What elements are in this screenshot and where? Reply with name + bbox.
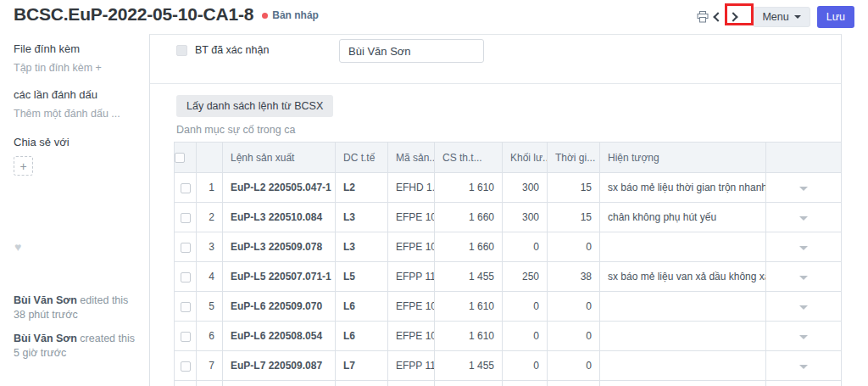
chevron-right-icon[interactable]	[726, 7, 741, 27]
status-badge: Bản nháp	[262, 9, 319, 21]
confirmer-input[interactable]	[339, 39, 484, 63]
row-number-cell: 1	[197, 173, 223, 203]
row-checkbox[interactable]	[181, 213, 191, 223]
ma-san-pham-cell[interactable]: EFPP 11...	[388, 262, 435, 292]
ma-san-pham-cell[interactable]: EFPE 10...	[388, 292, 435, 322]
hien-tuong-cell[interactable]: sx báo mẻ liệu van xả dầu không xả	[600, 262, 766, 292]
table-row: 1 EuP-L2 220505.047-1 L2 EFHD 1... 1 610…	[175, 173, 842, 203]
row-checkbox[interactable]	[181, 272, 191, 283]
khoi-luong-cell[interactable]: 300	[503, 173, 548, 203]
lenh-san-xuat-cell[interactable]: EuP-L6 220508.054	[223, 322, 336, 351]
khoi-luong-cell[interactable]	[503, 381, 548, 386]
marks-heading: các lần đánh dấu	[14, 88, 136, 101]
ma-san-pham-cell[interactable]: EFPP 11...	[388, 351, 435, 381]
thoi-gian-cell[interactable]	[548, 381, 600, 386]
dc-thuc-te-cell[interactable]	[336, 381, 388, 386]
dc-thuc-te-cell[interactable]: L3	[336, 232, 388, 262]
lenh-san-xuat-cell[interactable]: EuP-L6 220509.070	[223, 292, 336, 322]
khoi-luong-cell[interactable]: 0	[503, 322, 548, 351]
thoi-gian-cell[interactable]: 0	[548, 292, 600, 322]
hien-tuong-cell[interactable]: chân không phụ hút yếu	[600, 203, 766, 232]
incident-table-body: 1 EuP-L2 220505.047-1 L2 EFHD 1... 1 610…	[175, 173, 842, 386]
add-mark-link[interactable]: Thêm một đánh dấu ...	[14, 108, 136, 120]
table-row: 6 EuP-L6 220508.054 L6 EFPE 10... 1 610 …	[175, 322, 842, 351]
row-number-cell: 2	[197, 203, 223, 232]
dc-thuc-te-cell[interactable]: L6	[336, 322, 388, 351]
ma-san-pham-cell[interactable]: EFPE 10...	[388, 322, 435, 351]
khoi-luong-cell[interactable]: 250	[503, 262, 548, 292]
row-number-cell: 7	[197, 351, 223, 381]
khoi-luong-cell[interactable]: 0	[503, 351, 548, 381]
ma-san-pham-cell[interactable]: EFPE 10...	[388, 232, 435, 262]
table-row: 7 EuP-L7 220509.087 L7 EFPP 11... 1 455 …	[175, 351, 842, 381]
row-checkbox[interactable]	[181, 302, 191, 312]
cs-thuc-te-cell[interactable]: 1 610	[435, 173, 503, 203]
table-row: 2 EuP-L3 220510.084 L3 EFPE 10... 1 660 …	[175, 203, 842, 232]
dc-thuc-te-cell[interactable]: L7	[336, 351, 388, 381]
ma-san-pham-cell[interactable]	[388, 381, 435, 386]
row-dropdown-caret-icon[interactable]	[799, 335, 808, 339]
hien-tuong-cell[interactable]	[600, 381, 766, 386]
cs-thuc-te-cell[interactable]: 1 660	[435, 203, 503, 232]
khoi-luong-cell[interactable]: 300	[503, 203, 548, 232]
add-attachment-link[interactable]: Tập tin đính kèm +	[14, 62, 136, 74]
activity-time: 5 giờ trước	[14, 346, 135, 361]
cs-thuc-te-cell[interactable]: 1 455	[435, 351, 503, 381]
lenh-san-xuat-cell[interactable]	[223, 381, 336, 386]
lenh-san-xuat-cell[interactable]: EuP-L5 220507.071-1	[223, 262, 336, 292]
dc-thuc-te-cell[interactable]: L6	[336, 292, 388, 322]
attachments-heading: File đính kèm	[14, 42, 136, 55]
top-bar: BCSC.EuP-2022-05-10-CA1-8 Bản nháp Menu …	[0, 0, 868, 34]
lenh-san-xuat-cell[interactable]: EuP-L3 220509.078	[223, 232, 336, 262]
row-dropdown-caret-icon[interactable]	[799, 365, 808, 369]
lenh-san-xuat-cell[interactable]: EuP-L2 220505.047-1	[223, 173, 336, 203]
dc-thuc-te-cell[interactable]: L5	[336, 262, 388, 292]
select-all-checkbox[interactable]	[175, 153, 185, 163]
favorite-heart-icon[interactable]: ♥	[14, 240, 21, 254]
lenh-san-xuat-cell[interactable]: EuP-L7 220509.087	[223, 351, 336, 381]
row-dropdown-caret-icon[interactable]	[799, 305, 808, 310]
row-checkbox[interactable]	[181, 183, 191, 193]
cs-thuc-te-cell[interactable]: 1 610	[435, 322, 503, 351]
row-dropdown-caret-icon[interactable]	[799, 187, 808, 191]
cs-thuc-te-cell[interactable]: 1 610	[435, 292, 503, 322]
col-header-cs-thuc-te: CS th.t...	[435, 143, 503, 173]
chevron-left-icon[interactable]	[710, 7, 726, 27]
add-share-button[interactable]: +	[14, 156, 33, 176]
save-button[interactable]: Lưu	[817, 6, 854, 28]
hien-tuong-cell[interactable]	[600, 292, 766, 322]
bt-confirmed-checkbox[interactable]	[176, 45, 187, 56]
print-icon[interactable]	[695, 7, 710, 27]
khoi-luong-cell[interactable]: 0	[503, 232, 548, 262]
fetch-orders-button[interactable]: Lấy danh sách lệnh từ BCSX	[176, 95, 333, 117]
cs-thuc-te-cell[interactable]: 1 660	[435, 232, 503, 262]
dc-thuc-te-cell[interactable]: L2	[336, 173, 388, 203]
khoi-luong-cell[interactable]: 0	[503, 292, 548, 322]
menu-button[interactable]: Menu	[753, 7, 810, 27]
row-checkbox[interactable]	[181, 243, 191, 253]
cs-thuc-te-cell[interactable]: 1 455	[435, 262, 503, 292]
thoi-gian-cell[interactable]: 15	[548, 173, 600, 203]
hien-tuong-cell[interactable]	[600, 232, 766, 262]
hien-tuong-cell[interactable]: sx báo mẻ liệu thời gian trộn nhanh...	[600, 173, 766, 203]
thoi-gian-cell[interactable]: 38	[548, 262, 600, 292]
table-row-partial	[175, 381, 842, 386]
thoi-gian-cell[interactable]: 0	[548, 322, 600, 351]
row-checkbox[interactable]	[181, 361, 191, 372]
activity-log: Bùi Văn Sơn edited this 38 phút trước Bù…	[14, 294, 135, 361]
thoi-gian-cell[interactable]: 15	[548, 203, 600, 232]
row-dropdown-caret-icon[interactable]	[799, 246, 808, 250]
thoi-gian-cell[interactable]: 0	[548, 351, 600, 381]
row-number-cell: 4	[197, 262, 223, 292]
hien-tuong-cell[interactable]	[600, 322, 766, 351]
ma-san-pham-cell[interactable]: EFHD 1...	[388, 173, 435, 203]
hien-tuong-cell[interactable]	[600, 351, 766, 381]
ma-san-pham-cell[interactable]: EFPE 10...	[388, 203, 435, 232]
thoi-gian-cell[interactable]: 0	[548, 232, 600, 262]
row-dropdown-caret-icon[interactable]	[799, 276, 808, 280]
row-checkbox[interactable]	[181, 332, 191, 342]
dc-thuc-te-cell[interactable]: L3	[336, 203, 388, 232]
row-dropdown-caret-icon[interactable]	[799, 216, 808, 221]
cs-thuc-te-cell[interactable]	[435, 381, 503, 386]
lenh-san-xuat-cell[interactable]: EuP-L3 220510.084	[223, 203, 336, 232]
